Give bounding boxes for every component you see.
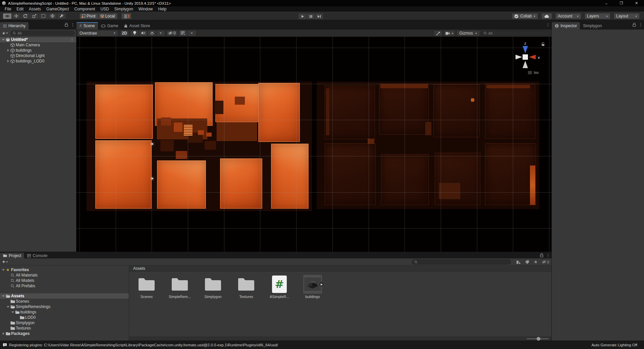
menu-help[interactable]: Help <box>156 6 169 12</box>
tree-item-packages[interactable]: Packages <box>0 331 129 336</box>
scene-camera-dropdown[interactable]: ▼ <box>444 30 455 36</box>
tab-simplygon[interactable]: Simplygon <box>580 22 605 30</box>
tab-hierarchy[interactable]: Hierarchy <box>0 22 29 30</box>
close-button[interactable]: ✕ <box>629 0 644 6</box>
tab-project[interactable]: Project <box>0 253 24 258</box>
tree-item-untitled-[interactable]: Untitled*⋮ <box>0 37 76 42</box>
asset-simplerem-[interactable]: SimpleRem... <box>167 275 193 299</box>
tree-item-lod0[interactable]: LOD0 <box>0 315 129 320</box>
model-thumbnail[interactable]: ▶ <box>303 275 322 294</box>
panel-menu-icon[interactable]: ⋮ <box>639 22 643 27</box>
expand-right-icon[interactable] <box>1 332 5 335</box>
scale-tool-button[interactable] <box>30 13 39 19</box>
panel-menu-icon[interactable]: ⋮ <box>546 253 550 258</box>
tree-item-all-materials[interactable]: All Materials <box>0 272 129 278</box>
tree-item-buildings-lod0[interactable]: buildings_LOD0 <box>0 58 76 64</box>
asset-simplygon[interactable]: Simplygon <box>200 275 226 299</box>
expand-down-icon[interactable] <box>6 306 10 308</box>
tree-item-simpleremeshings[interactable]: SimpleRemeshings <box>0 304 129 309</box>
favorites-star-button[interactable]: ★ <box>532 259 540 265</box>
tab-scene[interactable]: # Scene <box>76 22 98 30</box>
tree-item-simplygon[interactable]: Simplygon <box>0 320 129 326</box>
folder-thumbnail[interactable] <box>237 275 256 294</box>
asset-buildings[interactable]: ▶buildings <box>300 275 325 299</box>
projection-toggle[interactable]: Iso <box>528 70 539 74</box>
pivot-toggle-button[interactable]: Pivot <box>79 13 98 19</box>
thumbnail-zoom-slider[interactable] <box>527 338 549 339</box>
add-asset-button[interactable]: +▼ <box>1 260 9 264</box>
asset-scenes[interactable]: Scenes <box>134 275 159 299</box>
view-tool-button[interactable] <box>3 13 12 19</box>
scene-lighting-toggle[interactable] <box>130 30 139 36</box>
expand-right-icon[interactable] <box>6 60 10 62</box>
step-button[interactable] <box>315 13 323 19</box>
tree-item-directional-light[interactable]: Directional Light <box>0 53 76 58</box>
minimize-button[interactable]: – <box>599 0 614 6</box>
lighting-status[interactable]: Auto Generate Lighting Off <box>591 343 637 347</box>
lock-icon[interactable] <box>540 253 543 257</box>
folder-thumbnail[interactable] <box>170 275 189 294</box>
scene-effects-toggle[interactable] <box>148 30 156 36</box>
menu-window[interactable]: Window <box>136 6 156 12</box>
move-tool-button[interactable] <box>12 13 21 19</box>
scene-grid-dropdown[interactable]: ▼ <box>187 30 196 36</box>
collab-dropdown[interactable]: Collab ▼ <box>512 13 538 19</box>
lock-icon[interactable] <box>65 23 68 27</box>
scene-search[interactable] <box>481 31 550 36</box>
play-button[interactable] <box>298 13 307 19</box>
lock-icon[interactable] <box>541 42 545 46</box>
menu-assets[interactable]: Assets <box>26 6 44 12</box>
gizmos-dropdown[interactable]: Gizmos ▼ <box>457 30 480 36</box>
tab-inspector[interactable]: Inspector <box>552 22 580 30</box>
tree-item-assets[interactable]: Assets <box>0 293 129 299</box>
2d-toggle-button[interactable]: 2D <box>120 30 129 36</box>
expand-down-icon[interactable] <box>1 39 5 41</box>
scene-effects-dropdown[interactable]: ▼ <box>156 30 165 36</box>
tree-item-textures[interactable]: Textures <box>0 326 129 331</box>
scene-visibility-toggle[interactable]: 0 <box>166 30 177 36</box>
pause-button[interactable] <box>307 13 315 19</box>
panel-menu-icon[interactable]: ⋮ <box>71 22 75 27</box>
scene-viewport[interactable]: z x Iso <box>76 37 551 252</box>
tab-asset-store[interactable]: Asset Store <box>121 22 153 30</box>
grid-snap-button[interactable] <box>121 13 131 19</box>
search-by-type-button[interactable] <box>514 259 522 265</box>
scene-tools-button[interactable] <box>434 30 442 36</box>
local-toggle-button[interactable]: Local <box>98 13 118 19</box>
tab-game[interactable]: Game <box>98 22 121 30</box>
project-search-input[interactable] <box>418 260 508 264</box>
tree-item-all-prefabs[interactable]: All Prefabs <box>0 283 129 289</box>
tree-item-main-camera[interactable]: Main Camera <box>0 42 76 48</box>
menu-gameobject[interactable]: GameObject <box>44 6 71 12</box>
asset-textures[interactable]: Textures <box>233 275 259 299</box>
project-search[interactable] <box>412 259 511 264</box>
menu-file[interactable]: File <box>2 6 14 12</box>
script-thumbnail[interactable]: # <box>270 275 289 294</box>
layers-dropdown[interactable]: Layers ▼ <box>585 13 610 19</box>
add-object-button[interactable]: +▼ <box>1 31 9 35</box>
hierarchy-search[interactable] <box>10 31 75 36</box>
scene-grid-settings-button[interactable] <box>179 30 187 36</box>
tree-item-all-models[interactable]: All Models <box>0 278 129 283</box>
status-bar[interactable]: Registering plugins: C:\Users\Vidar Rinn… <box>0 341 644 349</box>
layout-dropdown[interactable]: Layout ▼ <box>614 13 640 19</box>
expand-subassets-button[interactable]: ▶ <box>319 281 325 287</box>
expand-down-icon[interactable] <box>1 295 5 297</box>
menu-edit[interactable]: Edit <box>14 6 26 12</box>
account-dropdown[interactable]: Account ▼ <box>555 13 581 19</box>
zoom-slider-thumb[interactable] <box>537 337 540 341</box>
custom-tool-button[interactable] <box>57 13 66 19</box>
hidden-packages-toggle[interactable]: 9 <box>540 259 550 265</box>
tree-item-scenes[interactable]: Scenes <box>0 299 129 304</box>
menu-component[interactable]: Component <box>71 6 98 12</box>
lock-icon[interactable] <box>633 23 636 27</box>
cloud-button[interactable] <box>541 13 552 19</box>
asset-asimpler-[interactable]: #ASimpleR... <box>267 275 292 299</box>
tab-console[interactable]: Console <box>24 253 50 258</box>
transform-tool-button[interactable] <box>48 13 57 19</box>
draw-mode-dropdown[interactable]: Overdraw ▼ <box>77 30 118 36</box>
folder-thumbnail[interactable] <box>137 275 156 294</box>
rect-tool-button[interactable] <box>39 13 48 19</box>
expand-down-icon[interactable] <box>1 269 5 271</box>
expand-right-icon[interactable] <box>6 49 10 52</box>
